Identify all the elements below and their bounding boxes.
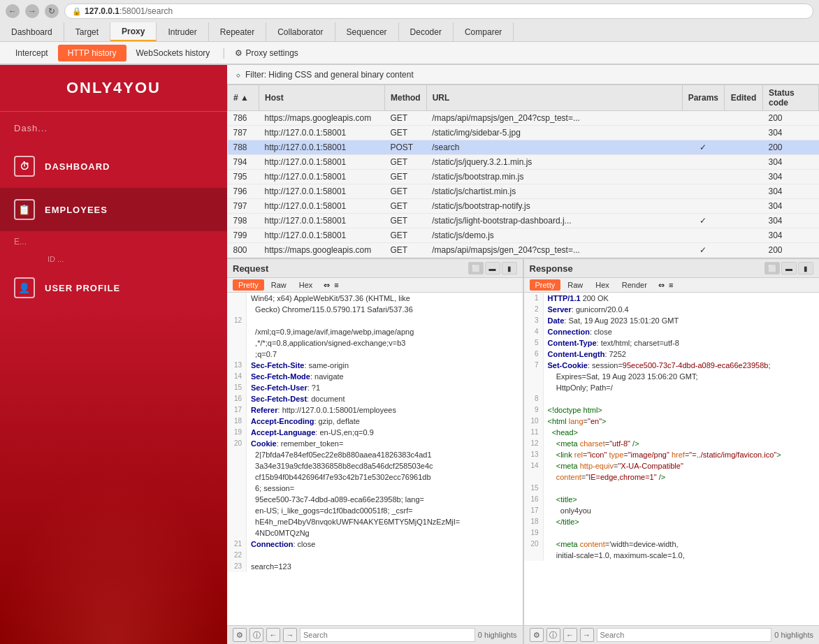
http-table-container[interactable]: # ▲ Host Method URL Params Edited Status…	[227, 85, 819, 259]
response-info-btn[interactable]: ⓘ	[546, 628, 560, 642]
user-profile-icon: 👤	[14, 277, 35, 298]
request-tab-pretty[interactable]: Pretty	[233, 279, 264, 291]
tab-intruder[interactable]: Intruder	[157, 22, 208, 41]
sidebar-background	[0, 309, 227, 644]
subtab-http-history[interactable]: HTTP history	[58, 45, 126, 61]
table-row[interactable]: 799 http://127.0.0.1:58001 GET /static/j…	[228, 228, 819, 243]
response-word-wrap[interactable]: ⇔	[658, 281, 665, 290]
sidebar-item-dashboard[interactable]: ⏱ DASHBOARD	[0, 145, 227, 188]
cell-params	[682, 155, 724, 170]
request-info-btn[interactable]: ⓘ	[249, 628, 263, 642]
request-menu[interactable]: ≡	[334, 281, 338, 289]
response-tab-raw[interactable]: Raw	[562, 279, 588, 291]
request-view-horiz[interactable]: ▬	[485, 262, 500, 275]
request-tab-hex[interactable]: Hex	[293, 279, 319, 291]
request-view-vert[interactable]: ▮	[502, 262, 517, 275]
response-tab-render[interactable]: Render	[616, 279, 653, 291]
response-tab-hex[interactable]: Hex	[590, 279, 615, 291]
url-domain: 127.0.0.1	[85, 6, 119, 16]
request-next-btn[interactable]: →	[283, 628, 297, 642]
response-view-icons: ⬜ ▬ ▮	[764, 262, 813, 275]
cell-status: 200	[763, 243, 819, 258]
back-button[interactable]: ←	[6, 4, 20, 18]
code-line: 18Accept-Encoding: gzip, deflate	[227, 416, 523, 427]
response-view-vert[interactable]: ▮	[798, 262, 813, 275]
request-prev-btn[interactable]: ←	[266, 628, 280, 642]
cell-edited	[725, 170, 763, 184]
cell-host: http://127.0.0.1:58001	[259, 126, 385, 140]
table-row[interactable]: 795 http://127.0.0.1:58001 GET /static/j…	[228, 170, 819, 184]
tab-sequencer[interactable]: Sequencer	[335, 22, 399, 41]
request-panel-header: Request ⬜ ▬ ▮	[227, 259, 523, 278]
tab-comparer[interactable]: Comparer	[454, 22, 514, 41]
subtab-websockets[interactable]: WebSockets history	[126, 45, 220, 61]
col-header-host[interactable]: Host	[259, 85, 385, 111]
table-row[interactable]: 797 http://127.0.0.1:58001 GET /static/j…	[228, 199, 819, 214]
table-row[interactable]: 786 https://maps.googleapis.com GET /map…	[228, 111, 819, 126]
request-panel-tabs: Pretty Raw Hex ⇔ ≡	[227, 278, 523, 293]
tab-collaborator[interactable]: Collaborator	[266, 22, 335, 41]
table-row[interactable]: 800 https://maps.googleapis.com GET /map…	[228, 243, 819, 258]
tab-proxy[interactable]: Proxy	[110, 22, 157, 41]
response-menu[interactable]: ≡	[669, 281, 673, 289]
response-view-horiz[interactable]: ▬	[781, 262, 797, 275]
lock-icon: 🔒	[72, 7, 82, 16]
cell-params	[682, 184, 724, 199]
response-code-content[interactable]: 1HTTP/1.1 200 OK2Server: gunicorn/20.0.4…	[524, 293, 820, 625]
cell-url: /static/js/demo.js	[426, 228, 682, 243]
col-header-url[interactable]: URL	[426, 85, 682, 111]
table-row[interactable]: 798 http://127.0.0.1:58001 GET /static/j…	[228, 214, 819, 228]
cell-num: 800	[228, 243, 259, 258]
table-row[interactable]: 794 http://127.0.0.1:58001 GET /static/j…	[228, 155, 819, 170]
response-search-input[interactable]	[597, 628, 772, 642]
tab-dashboard[interactable]: Dashboard	[0, 22, 64, 41]
cell-params: ✓	[682, 243, 724, 258]
code-line: 6Content-Length: 7252	[524, 349, 820, 360]
code-line: /xml;q=0.9,image/avif,image/webp,image/a…	[227, 326, 523, 337]
col-header-method[interactable]: Method	[385, 85, 427, 111]
cell-method: GET	[385, 184, 427, 199]
cell-url: /static/js/bootstrap-notify.js	[426, 199, 682, 214]
response-tab-pretty[interactable]: Pretty	[530, 279, 561, 291]
response-next-btn[interactable]: →	[580, 628, 594, 642]
request-settings-btn[interactable]: ⚙	[233, 628, 247, 642]
col-header-status[interactable]: Status code	[763, 85, 819, 111]
forward-button[interactable]: →	[25, 4, 39, 18]
response-prev-btn[interactable]: ←	[563, 628, 577, 642]
table-row[interactable]: 788 http://127.0.0.1:58001 POST /search …	[228, 140, 819, 155]
col-header-num[interactable]: # ▲	[228, 85, 259, 111]
code-line: 22	[227, 550, 523, 561]
col-header-edited[interactable]: Edited	[725, 85, 763, 111]
request-tab-raw[interactable]: Raw	[266, 279, 292, 291]
sidebar-item-employees[interactable]: 📋 EMPLOYEES	[0, 188, 227, 231]
url-bar[interactable]: 🔒 127.0.0.1 :58001/search	[64, 3, 813, 19]
response-bottom-toolbar: ⚙ ⓘ ← → 0 highlights	[524, 625, 820, 644]
tab-repeater[interactable]: Repeater	[209, 22, 266, 41]
request-search-input[interactable]	[300, 628, 475, 642]
tab-decoder[interactable]: Decoder	[399, 22, 454, 41]
cell-edited	[725, 111, 763, 126]
cell-host: http://127.0.0.1:58001	[259, 184, 385, 199]
proxy-settings-button[interactable]: ⚙ Proxy settings	[228, 45, 305, 61]
cell-status: 304	[763, 214, 819, 228]
table-row[interactable]: 796 http://127.0.0.1:58001 GET /static/j…	[228, 184, 819, 199]
cell-url: /static/js/bootstrap.min.js	[426, 170, 682, 184]
code-line: hE4h_meD4byV8nvqokUWFN4AKYE6MTY5MjQ1NzEz…	[227, 516, 523, 527]
request-code-content[interactable]: Win64; x64) AppleWebKit/537.36 (KHTML, l…	[227, 293, 523, 625]
table-row[interactable]: 787 http://127.0.0.1:58001 GET /static/i…	[228, 126, 819, 140]
code-line: 3Date: Sat, 19 Aug 2023 15:01:20 GMT	[524, 315, 820, 326]
response-settings-btn[interactable]: ⚙	[530, 628, 544, 642]
request-word-wrap[interactable]: ⇔	[324, 281, 330, 290]
request-view-split[interactable]: ⬜	[468, 262, 484, 275]
tab-target[interactable]: Target	[64, 22, 110, 41]
code-line: Gecko) Chrome/115.0.5790.171 Safari/537.…	[227, 304, 523, 315]
sidebar-item-user-profile[interactable]: 👤 USER PROFILE	[0, 266, 227, 309]
refresh-button[interactable]: ↻	[45, 4, 59, 18]
employees-label: EMPLOYEES	[45, 205, 108, 215]
subtab-intercept[interactable]: Intercept	[6, 45, 58, 61]
response-view-split[interactable]: ⬜	[764, 262, 780, 275]
cell-host: http://127.0.0.1:58001	[259, 170, 385, 184]
pipe-separator: |	[222, 47, 225, 59]
col-header-params[interactable]: Params	[682, 85, 724, 111]
request-panel: Request ⬜ ▬ ▮ Pretty Raw Hex ⇔ ≡	[227, 259, 524, 644]
